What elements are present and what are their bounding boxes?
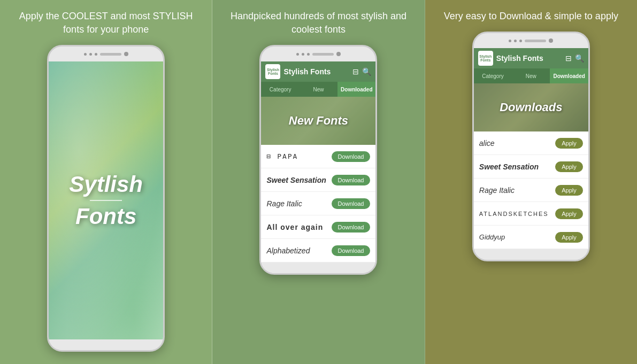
cast-icon-2[interactable]: ⊟ xyxy=(352,67,359,76)
tab-bar-2: Category New Downloaded xyxy=(261,82,375,97)
download-btn-2-2[interactable]: Download xyxy=(332,198,371,209)
download-btn-2-0[interactable]: Download xyxy=(332,151,371,162)
banner-text-2: New Fonts xyxy=(289,114,348,128)
phone-camera-2 xyxy=(336,52,341,56)
splash-line1: Sytlish xyxy=(69,172,143,197)
font-item-3-1: Sweet Sensation Apply xyxy=(474,155,588,179)
app-icon-2: StylishFonts xyxy=(265,64,280,79)
font-name-3-4: Giddyup xyxy=(479,233,555,241)
tab-downloaded-3[interactable]: Downloaded xyxy=(550,68,588,83)
font-item-3-2: Rage Italic Apply xyxy=(474,179,588,202)
cast-icon-3[interactable]: ⊟ xyxy=(565,54,572,63)
app-bar-2: StylishFonts Stylish Fonts ⊟ 🔍 xyxy=(261,61,375,82)
tab-new-3[interactable]: New xyxy=(512,68,550,83)
panel-1: Apply the COOLEST and most STYLISH fonts… xyxy=(0,0,212,364)
font-name-3-0: alice xyxy=(479,139,555,148)
search-icon-2[interactable]: 🔍 xyxy=(362,67,371,76)
app-bar-3: StylishFonts Stylish Fonts ⊟ 🔍 xyxy=(474,48,588,68)
font-item-2-3: All over again Download xyxy=(261,215,375,239)
download-btn-2-4[interactable]: Download xyxy=(332,245,371,256)
tab-bar-3: Category New Downloaded xyxy=(474,68,588,83)
font-name-2-4: Alphabetized xyxy=(266,246,331,255)
phone-dot-8 xyxy=(514,40,517,42)
phone-speaker-3 xyxy=(525,40,546,42)
app-icon-3: StylishFonts xyxy=(478,51,493,66)
phone-dot-9 xyxy=(519,40,522,42)
font-item-3-0: alice Apply xyxy=(474,131,588,155)
phone-top-bar-2 xyxy=(261,47,375,61)
app-bar-icons-3: ⊟ 🔍 xyxy=(565,54,584,63)
splash-line2: Fonts xyxy=(69,204,143,229)
tab-category-3[interactable]: Category xyxy=(474,68,512,83)
phone-1: Sytlish Fonts xyxy=(47,45,165,352)
phone-camera-1 xyxy=(124,52,128,56)
splash-title: Sytlish Fonts xyxy=(69,172,143,229)
app-icon-text-3: StylishFonts xyxy=(479,55,492,63)
tab-category-2[interactable]: Category xyxy=(261,82,299,97)
font-item-3-4: Giddyup Apply xyxy=(474,226,588,249)
banner-2: New Fonts xyxy=(261,97,375,145)
app-title-2: Stylish Fonts xyxy=(283,67,349,76)
font-item-2-0: ⊟ PAPA Download xyxy=(261,145,375,168)
phone-speaker-1 xyxy=(100,53,121,56)
download-btn-2-3[interactable]: Download xyxy=(332,222,371,233)
splash-divider xyxy=(90,200,122,201)
phone-2: StylishFonts Stylish Fonts ⊟ 🔍 Category … xyxy=(259,45,377,275)
font-item-2-4: Alphabetized Download xyxy=(261,239,375,262)
phone-camera-3 xyxy=(549,38,553,43)
app-icon-text-2: StylishFonts xyxy=(267,68,279,76)
font-name-3-2: Rage Italic xyxy=(479,186,555,195)
apply-btn-3-4[interactable]: Apply xyxy=(555,232,583,243)
phone-screen-2: StylishFonts Stylish Fonts ⊟ 🔍 Category … xyxy=(261,61,375,262)
font-item-3-3: ATLANDSKETCHES Apply xyxy=(474,202,588,226)
search-icon-3[interactable]: 🔍 xyxy=(575,54,584,63)
panel-3-tagline: Very easy to Download & simple to apply xyxy=(433,0,629,29)
phone-3: StylishFonts Stylish Fonts ⊟ 🔍 Category … xyxy=(472,32,590,261)
font-name-2-0: ⊟ PAPA xyxy=(266,152,331,160)
font-item-2-1: Sweet Sensation Download xyxy=(261,168,375,192)
phone-dot-1 xyxy=(84,53,87,56)
apply-btn-3-1[interactable]: Apply xyxy=(555,161,583,172)
tab-downloaded-2[interactable]: Downloaded xyxy=(337,82,375,97)
phone-top-bar-1 xyxy=(49,47,163,61)
panel-3: Very easy to Download & simple to apply … xyxy=(425,0,637,364)
phone-dot-5 xyxy=(302,53,304,56)
apply-btn-3-0[interactable]: Apply xyxy=(555,138,583,149)
phone-bottom-3 xyxy=(474,249,588,260)
font-name-2-1: Sweet Sensation xyxy=(266,176,331,184)
phone-dot-2 xyxy=(89,53,92,56)
phone-dot-6 xyxy=(307,53,310,56)
tab-new-2[interactable]: New xyxy=(300,82,337,97)
phone-dot-4 xyxy=(296,53,299,56)
font-item-2-2: Rage Italic Download xyxy=(261,192,375,215)
font-name-3-1: Sweet Sensation xyxy=(479,162,555,171)
phone-wrapper-3: StylishFonts Stylish Fonts ⊟ 🔍 Category … xyxy=(425,29,637,364)
phone-dot-7 xyxy=(509,40,511,42)
phone-speaker-2 xyxy=(312,53,334,56)
font-name-3-3: ATLANDSKETCHES xyxy=(479,211,555,217)
banner-3: Downloads xyxy=(474,83,588,131)
app-bar-icons-2: ⊟ 🔍 xyxy=(352,67,371,76)
panel-2-tagline: Handpicked hundreds of most stylish and … xyxy=(212,0,424,43)
panel-2: Handpicked hundreds of most stylish and … xyxy=(212,0,425,364)
font-list-2: ⊟ PAPA Download Sweet Sensation Download… xyxy=(261,145,375,262)
phone-bottom-1 xyxy=(49,339,163,350)
phone-screen-3: StylishFonts Stylish Fonts ⊟ 🔍 Category … xyxy=(474,48,588,249)
phone-wrapper-2: StylishFonts Stylish Fonts ⊟ 🔍 Category … xyxy=(212,43,424,364)
phone-screen-1: Sytlish Fonts xyxy=(49,61,163,339)
phone-top-bar-3 xyxy=(474,33,588,48)
download-btn-2-1[interactable]: Download xyxy=(332,175,371,185)
phone-dot-3 xyxy=(95,53,97,56)
phone-bottom-2 xyxy=(261,262,375,273)
phone-wrapper-1: Sytlish Fonts xyxy=(0,43,212,364)
panel-1-tagline: Apply the COOLEST and most STYLISH fonts… xyxy=(0,0,212,43)
font-name-2-2: Rage Italic xyxy=(266,199,331,208)
splash-bg: Sytlish Fonts xyxy=(49,61,163,339)
font-list-3: alice Apply Sweet Sensation Apply Rage I… xyxy=(474,131,588,249)
app-title-3: Stylish Fonts xyxy=(496,54,562,63)
apply-btn-3-3[interactable]: Apply xyxy=(555,208,583,219)
font-name-2-3: All over again xyxy=(266,223,331,231)
apply-btn-3-2[interactable]: Apply xyxy=(555,185,583,196)
banner-text-3: Downloads xyxy=(500,100,562,114)
